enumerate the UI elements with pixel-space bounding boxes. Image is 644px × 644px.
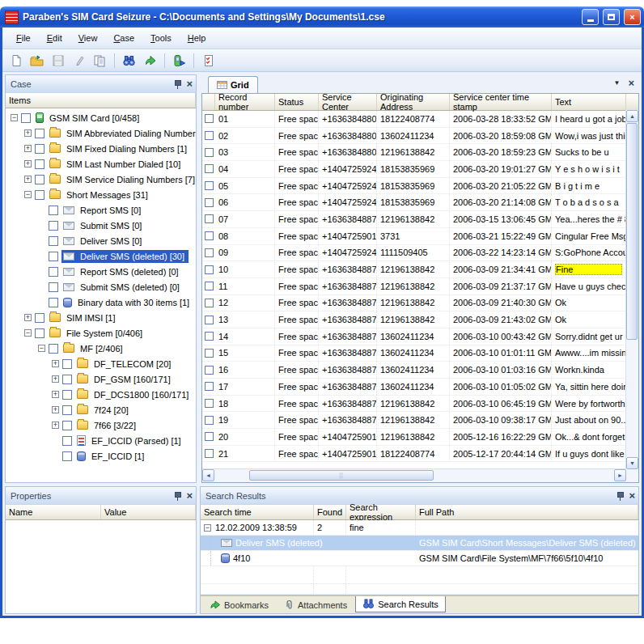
row-checkbox[interactable]	[205, 148, 214, 157]
row-checkbox[interactable]	[205, 366, 214, 375]
search-column-header-search-expression[interactable]: Search expression	[346, 505, 416, 519]
expand-icon[interactable]: +	[52, 375, 59, 383]
tab-bookmarks[interactable]: Bookmarks	[202, 596, 276, 613]
search-icon[interactable]	[120, 51, 138, 70]
scroll-down-icon[interactable]: ▼	[626, 457, 638, 469]
chevron-down-icon[interactable]: ▼	[613, 79, 620, 87]
tree-item[interactable]: Deliver SMS (deleted) [30]	[6, 248, 196, 264]
tree-item[interactable]: Report SMS (deleted) [0]	[6, 264, 196, 279]
tree-item[interactable]: +DF_DCS1800 [160/171]	[6, 387, 196, 402]
save-icon[interactable]	[49, 51, 67, 70]
tree-item[interactable]: −File System [0/406]	[6, 325, 196, 341]
tree-checkbox[interactable]	[49, 267, 58, 277]
grid-row[interactable]: 15Free space+16363848870136024112342006-…	[202, 345, 638, 362]
expand-icon[interactable]: +	[24, 176, 32, 183]
menu-help[interactable]: Help	[180, 31, 214, 45]
grid-row[interactable]: 11Free space+16363848870121961388422006-…	[202, 278, 638, 295]
search-result-row[interactable]: 4f10GSM SIM Card\File System\MF\7f66\5f1…	[201, 551, 638, 566]
tree-item[interactable]: +7f66 [3/22]	[6, 417, 196, 433]
expand-icon[interactable]: +	[24, 160, 32, 167]
column-header-status[interactable]: Status	[275, 94, 319, 110]
grid-row[interactable]: 20Free space+14047259016121961388422005-…	[202, 429, 638, 446]
expand-icon[interactable]: +	[24, 145, 32, 152]
collapse-icon[interactable]: −	[24, 191, 32, 198]
tree-item[interactable]: Submit SMS [0]	[6, 218, 196, 233]
grid-row[interactable]: 16Free space+16363848870136024112342006-…	[202, 362, 638, 379]
scroll-left-icon[interactable]: ◄	[202, 469, 214, 481]
expand-icon[interactable]: +	[52, 360, 59, 367]
tree-checkbox[interactable]	[49, 205, 58, 215]
pin-icon[interactable]	[616, 491, 624, 501]
column-header-originating-address[interactable]: Originating Address	[377, 94, 450, 110]
tree-checkbox[interactable]	[49, 221, 58, 231]
grid-row[interactable]: 05Free space+14047259247181538359692006-…	[202, 178, 638, 195]
tree-item[interactable]: Binary data with 30 items [1]	[6, 294, 196, 310]
grid-row[interactable]: 17Free space+16363848870136024112342006-…	[202, 379, 638, 396]
row-checkbox[interactable]	[205, 198, 214, 207]
grid-row[interactable]: 04Free space+14047259247181538359692006-…	[202, 161, 638, 178]
tree-item[interactable]: −MF [2/406]	[6, 341, 196, 356]
bookmark-icon[interactable]	[141, 51, 159, 70]
tree-item[interactable]: +DF_GSM [160/171]	[6, 371, 196, 387]
grid-row[interactable]: 21Free space+14047259016181224087742005-…	[202, 446, 638, 463]
tab-attachments[interactable]: Attachments	[277, 596, 354, 613]
tree-checkbox[interactable]	[62, 421, 72, 430]
tree-item[interactable]: +SIM Service Dialing Numbers [7]	[6, 172, 196, 187]
row-checkbox[interactable]	[205, 214, 214, 223]
row-checkbox[interactable]	[205, 349, 214, 358]
tree-item[interactable]: Deliver SMS [0]	[6, 233, 196, 248]
grid-row[interactable]: 02Free space+16363848801136024112342006-…	[202, 128, 638, 145]
tree-checkbox[interactable]	[35, 313, 44, 323]
grid-row[interactable]: 18Free space+16363848870121961388422006-…	[202, 396, 638, 413]
row-checkbox[interactable]	[205, 282, 214, 290]
tree-checkbox[interactable]	[35, 129, 44, 138]
tree-checkbox[interactable]	[21, 113, 31, 123]
tree-checkbox[interactable]	[49, 236, 58, 246]
grid-row[interactable]: 19Free space+16363848870121961388422006-…	[202, 412, 638, 429]
search-result-row[interactable]: Deliver SMS (deleted)GSM SIM Card\Short …	[201, 536, 638, 551]
search-result-row[interactable]: −12.02.2009 13:38:592fine	[201, 520, 638, 536]
tree-item[interactable]: +SIM Fixed Dialing Numbers [1]	[6, 141, 196, 156]
row-checkbox[interactable]	[205, 164, 214, 173]
tree-checkbox[interactable]	[35, 175, 44, 184]
scroll-up-icon[interactable]: ▲	[626, 110, 638, 122]
tree-item[interactable]: +7f24 [20]	[6, 402, 196, 417]
row-checkbox[interactable]	[205, 399, 214, 408]
tree-item[interactable]: Report SMS [0]	[6, 202, 196, 218]
verify-icon[interactable]	[199, 51, 218, 70]
row-checkbox[interactable]	[205, 432, 214, 441]
search-column-header-full-path[interactable]: Full Path	[416, 505, 638, 519]
row-checkbox[interactable]	[205, 114, 214, 123]
row-checkbox[interactable]	[205, 316, 214, 324]
tree-item[interactable]: −Short Messages [31]	[6, 187, 196, 202]
grid-row[interactable]: 08Free space+1404725901637312006-03-21 1…	[202, 228, 638, 245]
row-checkbox[interactable]	[205, 332, 214, 341]
grid-row[interactable]: 12Free space+16363848870121961388422006-…	[202, 295, 638, 312]
tree-checkbox[interactable]	[35, 144, 44, 154]
collapse-icon[interactable]: −	[204, 524, 211, 532]
close-icon[interactable]: ×	[629, 490, 635, 501]
tree-item[interactable]: +SIM Last Number Dialed [10]	[6, 156, 196, 172]
menu-edit[interactable]: Edit	[40, 31, 70, 45]
vscroll-thumb[interactable]	[626, 123, 638, 340]
grid-row[interactable]: 09Free space+1404725924711115094052006-0…	[202, 245, 638, 262]
row-checkbox[interactable]	[205, 449, 214, 458]
horizontal-scrollbar[interactable]: ◄ ▒ ►	[202, 468, 626, 482]
value-column-header[interactable]: Value	[101, 505, 196, 519]
row-checkbox[interactable]	[205, 416, 214, 425]
row-checkbox[interactable]	[205, 265, 214, 274]
tree-checkbox[interactable]	[62, 436, 72, 446]
menu-case[interactable]: Case	[106, 31, 142, 45]
column-header-record-number[interactable]: Record number	[215, 94, 275, 110]
tree-checkbox[interactable]	[62, 390, 72, 400]
grid-row[interactable]: 13Free space+16363848870121961388422006-…	[202, 311, 638, 328]
menu-view[interactable]: View	[71, 31, 105, 45]
open-case-icon[interactable]	[28, 51, 46, 70]
tree-item[interactable]: EF_ICCID (Parsed) [1]	[6, 433, 196, 448]
menu-file[interactable]: File	[9, 31, 38, 45]
tree-item[interactable]: −GSM SIM Card [0/458]	[6, 110, 196, 125]
tree-checkbox[interactable]	[62, 451, 72, 461]
tree-checkbox[interactable]	[49, 252, 58, 261]
row-checkbox[interactable]	[205, 299, 214, 307]
tree-checkbox[interactable]	[35, 190, 44, 200]
